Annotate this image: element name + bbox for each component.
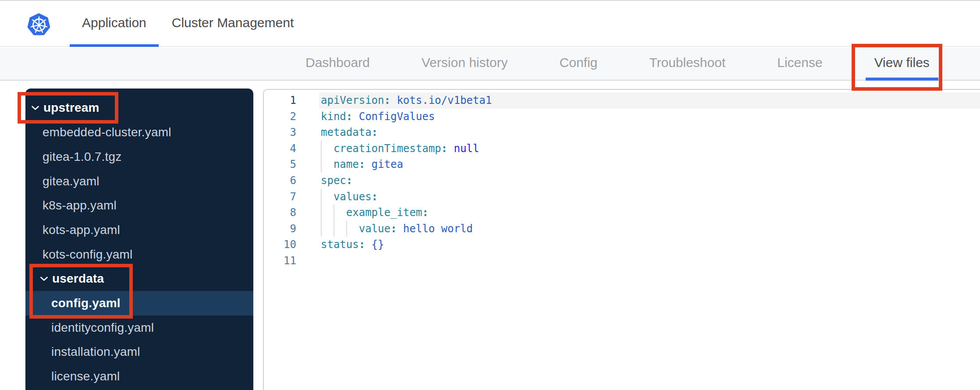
- tree-item-label: embedded-cluster.yaml: [43, 125, 171, 139]
- code-line-3: 3metadata:: [264, 124, 980, 141]
- token-colon: :: [422, 206, 428, 219]
- code-line-9: 9 value: hello world: [264, 221, 980, 237]
- line-content: spec:: [319, 173, 980, 189]
- token-null: null: [447, 142, 479, 155]
- code-line-11: 11: [264, 253, 980, 269]
- line-content: status: {}: [319, 237, 980, 253]
- token-key: spec: [321, 174, 346, 187]
- line-number: 2: [264, 109, 319, 125]
- line-number: 8: [264, 205, 319, 221]
- line-number: 1: [264, 92, 319, 109]
- tree-item-label: k8s-app.yaml: [43, 199, 117, 213]
- annotation-box-upstream: [18, 92, 118, 124]
- tree-item-label: installation.yaml: [51, 345, 140, 359]
- token-val: ConfigValues: [352, 110, 435, 123]
- token-colon: :: [391, 223, 397, 235]
- code-line-8: 8 example_item:: [264, 205, 980, 221]
- tree-file-installation-yaml[interactable]: installation.yaml: [25, 340, 253, 364]
- line-number: 11: [264, 253, 319, 269]
- indent-guide: [321, 221, 322, 237]
- subnav-tab-license[interactable]: License: [768, 48, 831, 81]
- annotation-box-userdata-config: [29, 264, 133, 319]
- indent-guide: [321, 189, 322, 205]
- tree-file-kots-config-yaml[interactable]: kots-config.yaml: [25, 242, 253, 267]
- code-line-1: 1apiVersion: kots.io/v1beta1: [264, 92, 980, 109]
- app-header: ApplicationCluster Management: [0, 1, 980, 47]
- token-key: metadata: [321, 126, 372, 138]
- token-colon: :: [441, 142, 447, 155]
- line-number: 5: [264, 156, 319, 173]
- line-content: example_item:: [319, 205, 980, 221]
- token-key: values: [321, 191, 372, 203]
- line-content: metadata:: [319, 124, 980, 141]
- tree-item-label: identityconfig.yaml: [51, 321, 154, 335]
- subnav-tab-dashboard[interactable]: Dashboard: [297, 48, 379, 81]
- line-content: value: hello world: [319, 221, 980, 237]
- token-colon: :: [346, 110, 352, 123]
- code-line-6: 6spec:: [264, 173, 980, 189]
- tree-file-identityconfig-yaml[interactable]: identityconfig.yaml: [25, 316, 253, 340]
- token-key: example_item: [321, 206, 422, 219]
- kots-admin-page: ApplicationCluster Management DashboardV…: [0, 0, 980, 390]
- tree-item-label: gitea-1.0.7.tgz: [43, 150, 121, 164]
- indent-guide: [346, 221, 347, 237]
- app-subnav: DashboardVersion historyConfigTroublesho…: [0, 48, 980, 81]
- tree-file-embedded-cluster-yaml[interactable]: embedded-cluster.yaml: [25, 120, 253, 145]
- subnav-tab-version-history[interactable]: Version history: [413, 48, 517, 81]
- line-content: kind: ConfigValues: [319, 109, 980, 125]
- line-number: 4: [264, 141, 319, 157]
- token-colon: :: [346, 174, 352, 187]
- token-brace: {}: [365, 238, 384, 251]
- line-content: name: gitea: [319, 156, 980, 173]
- tree-file-kots-app-yaml[interactable]: kots-app.yaml: [25, 218, 253, 242]
- subnav-tab-config[interactable]: Config: [551, 48, 607, 81]
- token-val: hello world: [397, 223, 472, 235]
- tree-file-license-yaml[interactable]: license.yaml: [25, 364, 253, 389]
- line-number: 7: [264, 189, 319, 205]
- line-content: apiVersion: kots.io/v1beta1: [319, 92, 980, 109]
- subnav-tab-troubleshoot[interactable]: Troubleshoot: [640, 48, 734, 81]
- header-tab-cluster-management[interactable]: Cluster Management: [160, 1, 306, 47]
- indent-guide: [321, 156, 322, 173]
- line-content: values:: [319, 189, 980, 205]
- file-tree-sidebar: upstreamembedded-cluster.yamlgitea-1.0.7…: [25, 89, 253, 390]
- token-key: status: [321, 238, 359, 251]
- tree-file-gitea-1-0-7-tgz[interactable]: gitea-1.0.7.tgz: [25, 145, 253, 169]
- token-colon: :: [384, 94, 391, 106]
- token-val: kots.io/v1beta1: [391, 94, 492, 106]
- code-line-4: 4 creationTimestamp: null: [264, 141, 980, 157]
- line-number: 6: [264, 173, 319, 189]
- code-line-7: 7 values:: [264, 189, 980, 205]
- token-colon: :: [372, 191, 378, 203]
- line-number: 9: [264, 221, 319, 237]
- tree-item-label: license.yaml: [51, 369, 120, 383]
- line-content: creationTimestamp: null: [319, 141, 980, 157]
- token-key: creationTimestamp: [321, 142, 441, 155]
- tree-file-gitea-yaml[interactable]: gitea.yaml: [25, 169, 253, 194]
- token-colon: :: [372, 126, 378, 138]
- token-colon: :: [359, 238, 365, 251]
- token-key: name: [321, 158, 359, 170]
- yaml-editor[interactable]: 1apiVersion: kots.io/v1beta12kind: Confi…: [263, 89, 980, 390]
- token-key: kind: [321, 110, 346, 123]
- tree-item-label: kots-app.yaml: [43, 223, 120, 237]
- code-line-5: 5 name: gitea: [264, 156, 980, 173]
- indent-guide: [321, 141, 322, 157]
- tree-item-label: kots-config.yaml: [43, 248, 133, 262]
- indent-guide: [334, 205, 334, 221]
- token-colon: :: [359, 158, 365, 170]
- code-line-10: 10status: {}: [264, 237, 980, 253]
- indent-guide: [321, 205, 322, 221]
- tree-item-label: gitea.yaml: [43, 174, 99, 188]
- token-key: value: [321, 223, 391, 235]
- line-number: 10: [264, 237, 319, 253]
- indent-guide: [334, 221, 334, 237]
- header-tabs: ApplicationCluster Management: [70, 1, 306, 47]
- line-number: 3: [264, 124, 319, 141]
- code-line-2: 2kind: ConfigValues: [264, 109, 980, 125]
- token-val: gitea: [365, 158, 403, 170]
- header-tab-application[interactable]: Application: [70, 1, 159, 47]
- token-key: apiVersion: [321, 94, 384, 106]
- tree-file-k8s-app-yaml[interactable]: k8s-app.yaml: [25, 193, 253, 218]
- annotation-box-view-files: [852, 44, 942, 91]
